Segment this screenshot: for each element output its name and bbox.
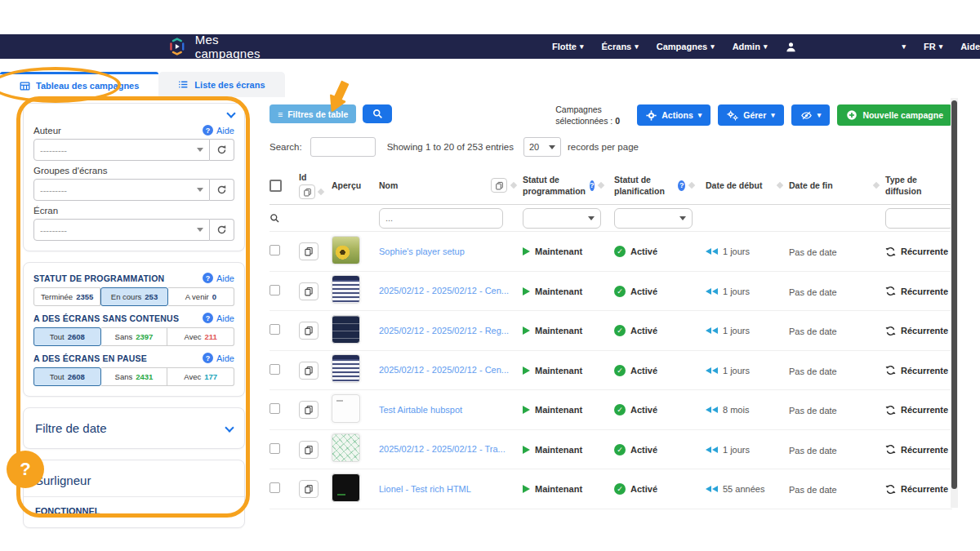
table-filters-button[interactable]: ≡Filtres de table — [270, 104, 356, 123]
tab-liste-des-ecrans[interactable]: Liste des écrans — [158, 72, 284, 97]
tab-tableau-des-campagnes[interactable]: Tableau des campagnes — [0, 72, 158, 97]
toggle-en-cours[interactable]: En cours253 — [100, 287, 167, 306]
header-type-diffusion[interactable]: Type de diffusion — [885, 174, 946, 197]
groupes-refresh-button[interactable] — [210, 179, 234, 201]
toggle-sans[interactable]: Sans2431 — [101, 367, 168, 386]
search-toggle-button[interactable] — [363, 104, 392, 123]
manage-button[interactable]: Gérer▾ — [718, 104, 784, 126]
sort-icon[interactable] — [510, 182, 517, 189]
nav-flotte[interactable]: Flotte▾ — [552, 42, 583, 51]
highlighter-item-fonctionnel[interactable]: FONCTIONNEL — [33, 504, 234, 519]
toggle-tout[interactable]: Tout2608 — [33, 367, 101, 386]
help-icon[interactable]: ? — [678, 180, 685, 191]
sort-icon[interactable] — [873, 182, 880, 189]
row-checkbox[interactable] — [270, 403, 280, 414]
auteur-select[interactable]: --------- — [33, 139, 210, 161]
groupes-select[interactable]: --------- — [33, 179, 210, 201]
copy-id-button[interactable] — [299, 322, 318, 340]
toggle-a-venir[interactable]: A venir0 — [168, 287, 234, 306]
sort-icon[interactable] — [777, 182, 783, 189]
nav-aide[interactable]: Aide — [960, 42, 980, 51]
section-help-link[interactable]: ?Aide — [203, 273, 234, 283]
row-checkbox[interactable] — [270, 285, 280, 295]
search-label: Search: — [270, 142, 302, 152]
copy-id-button[interactable] — [299, 441, 318, 459]
toggle-sans[interactable]: Sans2397 — [101, 327, 168, 346]
toggle-tout[interactable]: Tout2608 — [33, 327, 101, 346]
chevron-down-icon[interactable] — [225, 423, 234, 432]
chevron-down-icon — [197, 148, 203, 152]
lang-menu[interactable]: FR▾ — [924, 42, 942, 51]
copy-id-button[interactable] — [299, 242, 318, 260]
selection-summary: Campagnes sélectionnées : 0 — [555, 104, 630, 127]
campaign-thumbnail[interactable] — [332, 473, 360, 502]
row-checkbox[interactable] — [270, 364, 280, 375]
campaign-name-link[interactable]: 2025/02/12 - 2025/02/12 - Tra... — [379, 442, 523, 456]
copy-id-button[interactable] — [299, 282, 318, 300]
nav-admin[interactable]: Admin▾ — [733, 42, 768, 51]
plan-status-filter-select[interactable] — [614, 208, 693, 229]
row-checkbox[interactable] — [270, 324, 280, 335]
vertical-scrollbar[interactable] — [951, 98, 958, 508]
section-help-link[interactable]: ?Aide — [203, 353, 234, 363]
chevron-down-icon: ▾ — [698, 112, 702, 119]
sort-icon[interactable] — [318, 189, 324, 195]
help-icon[interactable]: ? — [590, 180, 595, 191]
section-help-link[interactable]: ?Aide — [203, 313, 234, 323]
date-filter-card[interactable]: Filtre de date — [23, 407, 245, 449]
campaign-thumbnail[interactable] — [332, 315, 360, 344]
header-nom[interactable]: Nom — [379, 180, 398, 191]
ecran-refresh-button[interactable] — [210, 219, 234, 241]
type-filter-input[interactable] — [885, 208, 954, 229]
prog-status-filter-select[interactable] — [523, 208, 601, 229]
nav-campagnes[interactable]: Campagnes▾ — [657, 42, 715, 51]
auteur-refresh-button[interactable] — [210, 139, 234, 161]
collapse-chevron-icon[interactable] — [226, 109, 235, 118]
search-input[interactable] — [310, 137, 376, 157]
copy-id-button[interactable] — [299, 401, 318, 419]
nav-ecrans[interactable]: Écrans▾ — [602, 42, 639, 51]
row-checkbox[interactable] — [270, 482, 280, 493]
campaign-thumbnail[interactable] — [332, 275, 360, 304]
copy-id-button[interactable] — [299, 480, 318, 498]
campaign-thumbnail[interactable] — [332, 236, 360, 264]
row-checkbox[interactable] — [270, 245, 280, 256]
campaign-thumbnail[interactable] — [332, 394, 360, 423]
header-statut-programmation[interactable]: Statut de programmation — [523, 174, 586, 197]
campaign-name-link[interactable]: 2025/02/12 - 2025/02/12 - Cen... — [379, 363, 523, 377]
actions-button[interactable]: Actions▾ — [637, 104, 710, 126]
auteur-help-link[interactable]: ?Aide — [203, 125, 234, 136]
copy-icon — [304, 445, 314, 455]
campaign-name-link[interactable]: Lionel - Test rich HTML — [379, 482, 523, 496]
campaign-name-link[interactable]: Test Airtable hubspot — [379, 403, 523, 417]
toggle-avec[interactable]: Avec177 — [167, 367, 234, 386]
sort-icon[interactable] — [688, 182, 695, 189]
header-statut-planification[interactable]: Statut de planification — [614, 174, 674, 197]
campaign-thumbnail[interactable] — [332, 433, 360, 462]
chevron-down-icon — [197, 228, 203, 232]
toggle-terminee[interactable]: Terminée2355 — [33, 287, 100, 306]
campaign-thumbnail[interactable] — [332, 354, 360, 383]
copy-names-button[interactable] — [491, 178, 507, 193]
header-date-fin[interactable]: Date de fin — [789, 180, 833, 191]
campaign-name-link[interactable]: 2025/02/12 - 2025/02/12 - Reg... — [379, 324, 523, 338]
campaign-name-link[interactable]: Sophie's player setup — [379, 245, 523, 259]
plan-status-label: Activé — [630, 326, 657, 335]
campaign-name-link[interactable]: 2025/02/12 - 2025/02/12 - Cen... — [379, 284, 523, 298]
header-id[interactable]: Id — [299, 171, 323, 183]
row-checkbox[interactable] — [270, 443, 280, 454]
copy-id-button[interactable] — [299, 362, 318, 380]
page-size-select[interactable]: 20 — [523, 137, 561, 157]
visibility-button[interactable]: ▾ — [791, 104, 831, 126]
copy-ids-button[interactable] — [299, 184, 315, 199]
user-menu[interactable]: ▾ — [785, 41, 906, 53]
select-all-checkbox[interactable] — [270, 180, 282, 192]
new-campaign-button[interactable]: Nouvelle campagne — [837, 104, 952, 126]
toggle-avec[interactable]: Avec211 — [167, 327, 234, 346]
name-filter-input[interactable] — [379, 208, 503, 229]
scrollbar-thumb[interactable] — [951, 100, 957, 489]
refresh-icon — [216, 224, 227, 235]
ecran-select[interactable]: --------- — [33, 219, 210, 241]
header-date-debut[interactable]: Date de début — [706, 180, 762, 191]
sort-icon[interactable] — [597, 182, 604, 189]
